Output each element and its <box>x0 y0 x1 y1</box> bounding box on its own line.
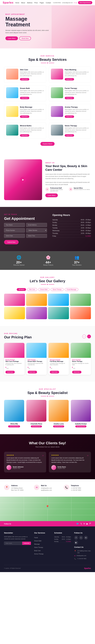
hero-learn-more-button[interactable]: Learn More <box>5 36 18 40</box>
hours-time-friday: CLOSED <box>85 235 91 237</box>
footer-copyright: © sparlex. All Rights Reserved <box>4 568 21 569</box>
about-play-button[interactable]: ▶ <box>20 177 26 183</box>
appointment-date-input[interactable] <box>4 234 25 238</box>
team-badge-0: Head Beauty Exert <box>8 426 20 428</box>
gallery-item-1[interactable] <box>4 294 25 306</box>
price-title-2: Full Body Massage <box>50 360 68 362</box>
appointment-time-input[interactable] <box>26 234 47 238</box>
gallery-item-4[interactable] <box>70 294 91 306</box>
footer-col-newsletter: Newsletter Morbi dapibus nibh rutrum pur… <box>4 532 31 561</box>
service-btn-mineral-baths[interactable]: Read More <box>20 134 29 137</box>
nav-appointment-button[interactable]: Book Appointment <box>78 1 92 4</box>
nav-price[interactable]: Price <box>34 2 38 4</box>
appointment-tag: GET IN TOUCH <box>4 214 47 215</box>
facebook-icon[interactable]: f <box>74 2 74 4</box>
test-text-1: Lorem ipsum dolor sit amet consectetur a… <box>51 457 89 464</box>
test-avatar-0 <box>6 465 11 470</box>
service-body-mineral-baths: Mineral Baths Morbi dapibus nibh rutrum … <box>20 125 44 137</box>
footer-link-aroma-therapy[interactable]: Aroma Therapy <box>34 553 44 555</box>
gallery-item-6[interactable] <box>26 307 47 319</box>
footer-youtube-btn[interactable]: ▶ <box>74 541 78 544</box>
footer-link-body-care[interactable]: Body Care <box>34 550 41 552</box>
footer-link-facial[interactable]: Facial <box>34 537 38 538</box>
hours-day-thursday: Thursday <box>52 232 58 234</box>
instagram-icon[interactable]: in <box>76 2 77 4</box>
filter-stone-therapy[interactable]: Stone Therapy <box>51 288 64 291</box>
services-grid: Skin Care Morbi dapibus nibh rutrum puru… <box>4 66 91 139</box>
service-btn-dream-bath[interactable]: Read More <box>20 97 29 99</box>
team-image-2 <box>49 400 69 422</box>
filter-skin-care[interactable]: Skin Care <box>27 288 37 291</box>
hero-book-now-button[interactable]: Book Now <box>19 36 31 40</box>
footer-linkedin-btn[interactable]: in <box>84 536 88 540</box>
nav-home[interactable]: Home <box>15 2 19 4</box>
service-desc-aroma-therapy: Morbi dapibus nibh rutrum purus porttito… <box>65 108 89 114</box>
footer-link-massage[interactable]: Massage <box>34 544 40 545</box>
footer-contact-email: info@sparlex.com <box>77 555 86 557</box>
price-amount-0: $199 <box>5 366 23 370</box>
hours-day-monday: Monday <box>52 224 57 226</box>
gallery-item-8[interactable] <box>70 307 91 319</box>
price-book-btn-2[interactable]: Book Now <box>50 371 59 374</box>
about-feature-special-offers: ★ Special Offers Exclusive deals for our… <box>69 187 91 192</box>
footer-twitter-btn[interactable]: t <box>79 536 83 540</box>
hours-row-sunday: Sunday 09:00 – 05:00pm <box>52 221 91 224</box>
follow-linkedin-icon[interactable]: in <box>84 522 85 525</box>
service-btn-face-masking[interactable]: Read More <box>65 78 74 80</box>
price-desc-3: Hot stone massage for muscle relief. <box>72 363 90 366</box>
gallery-item-5[interactable] <box>4 307 25 319</box>
follow-pinterest-icon[interactable]: P <box>90 522 91 525</box>
nav-address[interactable]: Address <box>27 2 32 4</box>
follow-facebook-icon[interactable]: 🐦 <box>76 522 79 525</box>
services-explore-more-button[interactable]: Explore More! <box>40 142 55 146</box>
service-btn-facial-therapy[interactable]: Read More <box>65 97 74 99</box>
footer-newsletter-subscribe-button[interactable]: Subscribe <box>22 542 31 545</box>
twitter-icon[interactable]: t <box>75 2 75 4</box>
service-btn-stone-therapy[interactable]: Read More <box>65 134 74 137</box>
price-book-btn-1[interactable]: Book Now <box>28 371 37 374</box>
footer-link-dream-bath[interactable]: Dream Bath <box>34 540 41 542</box>
service-btn-aroma-therapy[interactable]: Read More <box>65 116 74 118</box>
footer-services-title: Our Services <box>34 532 51 534</box>
test-role-0: Regular Client <box>13 468 23 469</box>
gallery-item-3[interactable] <box>48 294 69 306</box>
footer-newsletter-input[interactable] <box>4 542 22 545</box>
follow-youtube-icon[interactable]: ▶ <box>87 522 88 525</box>
follow-twitter-icon[interactable]: 𝕏 <box>80 522 82 525</box>
about-learn-more-button[interactable]: Learn More <box>45 194 58 197</box>
nav-about[interactable]: About <box>21 2 25 4</box>
appointment-email-input[interactable] <box>26 223 47 227</box>
hero-section: Best Appointment Massage Treatment Aenea… <box>0 5 95 48</box>
price-body-2: Massage Package Full Body Massage Comple… <box>48 358 69 375</box>
gallery-item-7[interactable] <box>48 307 69 319</box>
contact-cards: 📍 Address 123 Walking Street New York, N… <box>4 485 91 491</box>
filter-facial-massage[interactable]: Facial Massage <box>65 288 78 291</box>
appointment-submit-button[interactable]: Submit Now <box>4 240 19 244</box>
nav-contact[interactable]: Contact <box>46 2 51 4</box>
filter-dream-bath[interactable]: Dream Bath <box>38 288 50 291</box>
price-book-btn-3[interactable]: Book Now <box>72 371 82 374</box>
feature-desc-special-offers: Exclusive deals for our clients <box>74 189 90 190</box>
appointment-phone-input[interactable] <box>4 228 25 232</box>
filter-all-items[interactable]: All Items <box>17 288 26 291</box>
nav-pages[interactable]: Pages <box>40 2 44 4</box>
appointment-service-select[interactable]: Select Service <box>26 228 47 232</box>
price-card-3: Stone Package Stone Therapy Hot stone ma… <box>71 343 91 375</box>
gallery-item-2[interactable] <box>26 294 47 306</box>
price-book-btn-0[interactable]: Book Now <box>5 371 15 374</box>
price-body-1: Bath Package Dream Bath Therapy Relaxing… <box>26 358 47 375</box>
pricing-next-button[interactable]: → <box>87 334 91 338</box>
service-btn-skin-care[interactable]: Read More <box>20 78 29 80</box>
stat-number-team: 37+ <box>72 260 82 264</box>
service-image-aroma-therapy <box>51 106 63 117</box>
appointment-name-input[interactable] <box>4 223 25 227</box>
service-image-facial-therapy <box>51 87 63 98</box>
footer-bottom-brand: Sparlex <box>84 567 91 569</box>
footer-facebook-btn[interactable]: f <box>74 536 78 540</box>
feature-title-special-offers: Special Offers <box>74 187 90 189</box>
footer-link-stone-therapy[interactable]: Stone Therapy <box>34 547 43 548</box>
service-title-body-massage: Body Massage <box>20 106 44 108</box>
team-card-1: Charlotte Rose Spa Beauty Exert <box>26 400 46 428</box>
pricing-prev-button[interactable]: ← <box>82 334 86 338</box>
service-btn-body-massage[interactable]: Read More <box>20 116 29 118</box>
